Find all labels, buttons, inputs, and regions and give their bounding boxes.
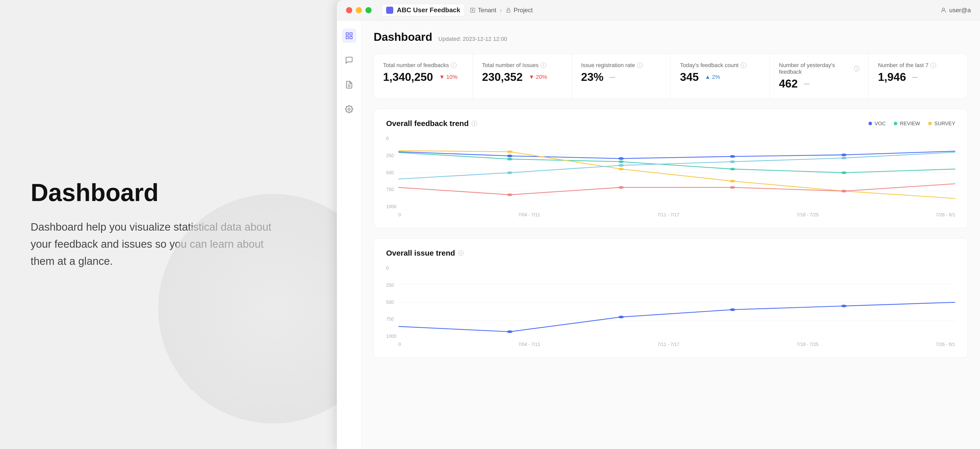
info-icon-1[interactable]: i	[541, 62, 546, 68]
issue-trend-section: Overall issue trend i 1000 750 500 250 0	[374, 238, 968, 358]
svg-point-25	[730, 180, 735, 182]
stats-row: Total number of feedbacks i 1,340,250 ▼ …	[374, 54, 968, 98]
chart-header-issue: Overall issue trend i	[386, 249, 955, 257]
chart-legend-feedback: VOC REVIEW SURVEY	[869, 121, 955, 127]
stat-badge-0: ▼ 10%	[437, 73, 460, 81]
svg-rect-6	[350, 36, 352, 39]
stat-label-4: Number of yesterday's feedback i	[779, 62, 859, 75]
breadcrumb-tenant-label: Tenant	[478, 6, 496, 14]
feedback-trend-section: Overall feedback trend i VOC REVIEW	[374, 109, 968, 228]
stat-label-3: Today's feedback count i	[680, 62, 760, 69]
svg-point-21	[730, 168, 735, 170]
stat-value-4: 462 —	[779, 77, 859, 90]
breadcrumb-separator-1: ›	[500, 6, 502, 14]
svg-point-24	[618, 168, 624, 170]
sidebar-item-settings[interactable]	[342, 102, 356, 116]
legend-label-review: REVIEW	[900, 121, 920, 127]
stat-value-3: 345 ▲ 2%	[680, 71, 760, 83]
svg-point-19	[507, 158, 512, 160]
svg-point-18	[841, 154, 847, 156]
legend-label-voc: VOC	[875, 121, 886, 127]
legend-dot-voc	[869, 122, 872, 125]
feedback-icon	[345, 56, 353, 64]
stat-badge-1: ▼ 20%	[526, 73, 550, 81]
content-area[interactable]: Dashboard Updated: 2023-12-12 12:00 Tota…	[361, 21, 980, 449]
stat-card-1: Total number of Issues i 230,352 ▼ 20%	[473, 54, 572, 98]
svg-point-34	[841, 157, 847, 159]
svg-rect-3	[346, 33, 348, 35]
svg-point-32	[618, 164, 624, 167]
svg-point-9	[348, 108, 350, 110]
svg-point-17	[730, 155, 735, 158]
breadcrumb-project[interactable]: Project	[506, 6, 533, 14]
legend-voc: VOC	[869, 121, 886, 127]
info-icon-2[interactable]: i	[637, 62, 643, 68]
settings-icon	[345, 105, 353, 113]
legend-survey: SURVEY	[928, 121, 955, 127]
close-button[interactable]	[346, 7, 352, 13]
issue-chart-area	[398, 266, 955, 339]
stat-card-0: Total number of feedbacks i 1,340,250 ▼ …	[374, 54, 473, 98]
feedback-chart-area	[398, 136, 955, 209]
info-icon-4[interactable]: i	[854, 66, 859, 71]
svg-point-15	[507, 155, 512, 157]
info-icon-3[interactable]: i	[741, 62, 746, 68]
stat-badge-3: ▲ 2%	[702, 73, 723, 81]
stat-badge-5: —	[910, 73, 920, 81]
app-logo[interactable]: ABC User Feedback	[382, 4, 465, 16]
username: user@a	[950, 6, 971, 14]
breadcrumb-project-label: Project	[514, 6, 533, 14]
stat-label-2: Issue registration rate i	[581, 62, 662, 69]
maximize-button[interactable]	[366, 7, 372, 13]
stat-card-5: Number of the last 7 i 1,946 —	[869, 54, 967, 98]
user-icon	[940, 7, 947, 14]
legend-dot-review	[894, 122, 897, 125]
chart-info-icon-feedback[interactable]: i	[472, 121, 477, 126]
user-info: user@a	[940, 6, 971, 14]
svg-point-16	[618, 157, 624, 160]
page-header: Dashboard Updated: 2023-12-12 12:00	[374, 31, 968, 43]
stat-value-0: 1,340,250 ▼ 10%	[383, 71, 463, 83]
stat-card-2: Issue registration rate i 23% —	[572, 54, 671, 98]
svg-point-33	[730, 160, 735, 163]
svg-rect-4	[350, 33, 352, 35]
stat-badge-2: —	[607, 73, 618, 81]
info-icon-5[interactable]: i	[931, 62, 936, 68]
svg-rect-5	[346, 36, 348, 39]
breadcrumb-tenant[interactable]: Tenant	[470, 6, 496, 14]
breadcrumb: Tenant › Project	[470, 6, 533, 14]
stat-badge-4: —	[801, 79, 812, 88]
svg-point-27	[507, 194, 512, 196]
legend-label-survey: SURVEY	[934, 121, 955, 127]
chart-header-feedback: Overall feedback trend i VOC REVIEW	[386, 119, 955, 128]
stat-value-5: 1,946 —	[878, 71, 958, 83]
svg-point-41	[618, 316, 624, 318]
svg-point-20	[618, 160, 624, 163]
legend-dot-survey	[928, 122, 932, 125]
svg-point-2	[942, 8, 945, 10]
app-window: ABC User Feedback Tenant › Project user@…	[337, 0, 980, 449]
svg-point-29	[730, 186, 735, 189]
svg-point-30	[841, 190, 847, 192]
stat-card-4: Number of yesterday's feedback i 462 —	[770, 54, 869, 98]
y-axis-labels-feedback: 1000 750 500 250 0	[386, 136, 396, 209]
chart-info-icon-issue[interactable]: i	[458, 250, 464, 256]
page-title: Dashboard	[374, 31, 432, 43]
page-updated: Updated: 2023-12-12 12:00	[438, 36, 507, 42]
sidebar-item-issues[interactable]	[342, 78, 356, 92]
issue-trend-chart: 1000 750 500 250 0	[386, 266, 955, 347]
feedback-chart-svg	[398, 136, 955, 209]
x-axis-labels-feedback: 0 7/04 - 7/11 7/11 - 7/17 7/18 - 7/25 7/…	[398, 212, 955, 217]
y-axis-labels-issue: 1000 750 500 250 0	[386, 266, 396, 339]
svg-point-31	[507, 171, 512, 174]
info-icon-0[interactable]: i	[451, 62, 457, 68]
svg-point-40	[507, 330, 512, 333]
sidebar-item-dashboard[interactable]	[342, 29, 356, 43]
svg-rect-1	[507, 10, 510, 12]
svg-point-28	[618, 186, 624, 189]
minimize-button[interactable]	[356, 7, 362, 13]
stat-label-5: Number of the last 7 i	[878, 62, 958, 69]
sidebar-item-feedback[interactable]	[342, 53, 356, 67]
svg-point-42	[730, 308, 735, 311]
issues-icon	[345, 81, 353, 89]
